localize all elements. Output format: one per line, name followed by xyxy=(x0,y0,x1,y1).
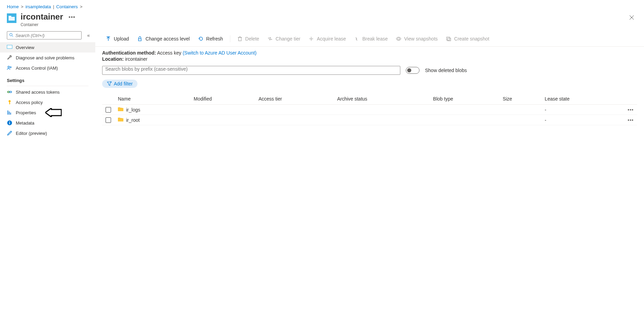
toggle-knob xyxy=(407,68,411,72)
sidebar-item-label: Properties xyxy=(16,110,36,115)
breadcrumb-pipe: | xyxy=(53,4,54,9)
svg-rect-0 xyxy=(9,17,15,21)
svg-rect-14 xyxy=(9,103,10,104)
row-checkbox[interactable] xyxy=(106,117,111,123)
toolbar-separator xyxy=(230,35,230,42)
svg-point-10 xyxy=(8,91,10,93)
col-name[interactable]: Name xyxy=(114,93,190,105)
sidebar-item-policy[interactable]: Access policy xyxy=(0,97,95,107)
svg-rect-16 xyxy=(9,112,10,115)
col-size[interactable]: Size xyxy=(499,93,542,105)
collapse-sidebar-icon[interactable]: « xyxy=(86,31,91,39)
lease-state: - xyxy=(541,115,623,125)
breadcrumb-containers[interactable]: Containers xyxy=(56,4,78,9)
sidebar-item-label: Metadata xyxy=(16,120,34,126)
more-actions-icon[interactable]: ••• xyxy=(69,14,75,20)
toolbar-label: Create snapshot xyxy=(454,36,489,42)
wrench-icon xyxy=(7,55,12,60)
break-lease-button: Break lease xyxy=(351,35,391,43)
auth-method-label: Authentication method: xyxy=(102,50,156,56)
blob-search-input[interactable] xyxy=(105,66,397,72)
view-snapshots-button: View snapshots xyxy=(392,35,441,43)
svg-point-4 xyxy=(10,33,12,36)
sidebar-search-input[interactable] xyxy=(15,33,79,38)
sidebar-item-iam[interactable]: Access Control (IAM) xyxy=(0,63,95,73)
sidebar-item-label: Editor (preview) xyxy=(16,131,47,136)
change-access-button[interactable]: Change access level xyxy=(134,35,193,43)
row-more-button[interactable]: ••• xyxy=(623,115,637,125)
page-subtitle: Container xyxy=(21,22,63,27)
breadcrumb-storage[interactable]: irsampledata xyxy=(25,4,51,9)
col-lease-state[interactable]: Lease state xyxy=(541,93,623,105)
table-row[interactable]: ir_root - ••• xyxy=(102,115,637,125)
folder-icon xyxy=(118,117,123,123)
toolbar-label: View snapshots xyxy=(404,36,438,42)
info-block: Authentication method: Access key (Switc… xyxy=(95,47,644,63)
toolbar-label: Change access level xyxy=(145,36,190,42)
page-header: ircontainer Container ••• xyxy=(0,10,644,31)
svg-rect-23 xyxy=(138,39,141,41)
row-checkbox[interactable] xyxy=(106,107,111,113)
filter-row: Show deleted blobs xyxy=(95,63,644,78)
row-more-button[interactable]: ••• xyxy=(623,105,637,115)
key-icon xyxy=(7,100,12,105)
show-deleted-label: Show deleted blobs xyxy=(425,68,467,73)
blob-name[interactable]: ir_logs xyxy=(126,107,140,113)
svg-rect-13 xyxy=(9,102,10,104)
toolbar-label: Delete xyxy=(245,36,259,42)
svg-rect-15 xyxy=(8,110,8,115)
chevron-right-icon: > xyxy=(21,4,24,9)
sidebar-item-label: Shared access tokens xyxy=(16,90,60,95)
sidebar-item-sas[interactable]: Shared access tokens xyxy=(0,87,95,97)
svg-point-11 xyxy=(10,91,12,93)
info-icon xyxy=(7,120,12,126)
properties-icon xyxy=(7,110,12,115)
close-button[interactable] xyxy=(626,12,637,23)
blob-search[interactable] xyxy=(102,66,400,75)
sidebar-section-settings: Settings xyxy=(0,73,95,84)
auth-switch-link[interactable]: (Switch to Azure AD User Account) xyxy=(183,50,257,56)
sidebar-item-label: Overview xyxy=(16,45,34,50)
toolbar-label: Change tier xyxy=(276,36,300,42)
sidebar-item-properties[interactable]: Properties xyxy=(0,107,95,118)
acquire-lease-button: Acquire lease xyxy=(305,35,349,43)
location-label: Location: xyxy=(102,56,124,62)
sidebar-item-overview[interactable]: Overview xyxy=(0,42,95,52)
svg-rect-34 xyxy=(448,38,451,41)
sidebar: « Overview Diagnose and solve problems A… xyxy=(0,31,95,145)
svg-rect-19 xyxy=(9,122,10,124)
svg-point-8 xyxy=(8,66,10,68)
container-icon xyxy=(7,13,16,23)
pencil-icon xyxy=(7,130,12,136)
sidebar-search[interactable] xyxy=(7,31,82,39)
show-deleted-toggle[interactable] xyxy=(406,67,420,74)
toolbar-label: Break lease xyxy=(362,36,388,42)
folder-icon xyxy=(118,107,123,113)
sidebar-item-diagnose[interactable]: Diagnose and solve problems xyxy=(0,52,95,63)
sidebar-item-editor[interactable]: Editor (preview) xyxy=(0,128,95,138)
toolbar-label: Acquire lease xyxy=(317,36,346,42)
col-modified[interactable]: Modified xyxy=(190,93,255,105)
svg-rect-7 xyxy=(7,45,12,48)
table-row[interactable]: ir_logs - ••• xyxy=(102,105,637,115)
upload-button[interactable]: Upload xyxy=(102,35,132,43)
svg-rect-24 xyxy=(239,37,241,41)
refresh-button[interactable]: Refresh xyxy=(195,35,227,43)
col-access-tier[interactable]: Access tier xyxy=(255,93,333,105)
location-value: ircontainer xyxy=(125,56,147,62)
blob-name[interactable]: ir_root xyxy=(126,117,140,123)
add-filter-button[interactable]: Add filter xyxy=(102,80,137,88)
toolbar-label: Upload xyxy=(114,36,129,42)
col-blob-type[interactable]: Blob type xyxy=(430,93,499,105)
sidebar-item-metadata[interactable]: Metadata xyxy=(0,118,95,128)
change-tier-button: Change tier xyxy=(264,35,304,43)
breadcrumb-home[interactable]: Home xyxy=(7,4,19,9)
create-snapshot-button: Create snapshot xyxy=(442,35,493,43)
col-archive-status[interactable]: Archive status xyxy=(334,93,430,105)
sidebar-divider xyxy=(7,86,88,86)
svg-line-5 xyxy=(12,35,13,36)
link-icon xyxy=(7,89,12,95)
toolbar-label: Refresh xyxy=(206,36,223,42)
overview-icon xyxy=(7,45,12,50)
svg-rect-1 xyxy=(9,16,11,17)
